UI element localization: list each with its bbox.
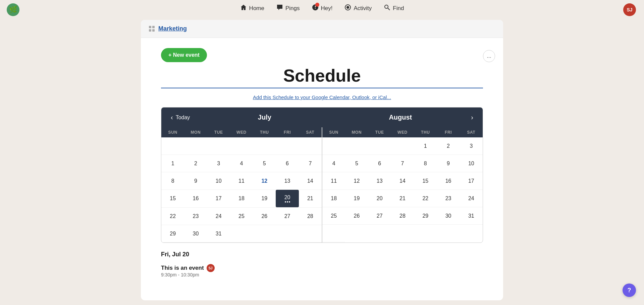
aug-31[interactable]: 31: [460, 207, 483, 225]
aug-14[interactable]: 14: [391, 172, 414, 190]
hey-badge: [315, 3, 319, 7]
aug-4[interactable]: 4: [322, 155, 345, 172]
options-button[interactable]: ...: [483, 50, 495, 62]
jul-20-selected[interactable]: 20: [276, 190, 299, 208]
jul-31[interactable]: 31: [207, 225, 230, 243]
aug-empty-5: [322, 225, 345, 242]
svg-point-3: [346, 6, 349, 9]
aug-12[interactable]: 12: [345, 172, 368, 190]
nav-pings[interactable]: Pings: [276, 4, 300, 12]
jul-13[interactable]: 13: [276, 172, 299, 190]
calendar: ‹ Today July August ›: [161, 107, 483, 243]
jul-28[interactable]: 28: [299, 208, 322, 225]
top-nav: Home Pings Hey! Activity Find SJ: [0, 0, 644, 16]
aug-30[interactable]: 30: [437, 207, 460, 225]
jul-empty-8: [230, 225, 253, 243]
help-button[interactable]: ?: [623, 284, 636, 297]
next-month-button[interactable]: ›: [468, 112, 476, 123]
jul-21[interactable]: 21: [299, 190, 322, 208]
jul-2[interactable]: 2: [184, 155, 207, 172]
july-grid: 1 2 3 4 5 6 7 8 9 10 11 12: [161, 137, 322, 243]
svg-line-5: [388, 8, 390, 10]
aug-sat: SAT: [460, 127, 483, 137]
jul-empty-11: [299, 225, 322, 243]
aug-9[interactable]: 9: [437, 155, 460, 172]
aug-20[interactable]: 20: [368, 190, 391, 207]
calendar-sync-link[interactable]: Add this Schedule to your Google Calenda…: [253, 94, 391, 100]
jul-9[interactable]: 9: [184, 172, 207, 190]
nav-activity-label: Activity: [354, 5, 372, 12]
aug-18[interactable]: 18: [322, 190, 345, 207]
jul-26[interactable]: 26: [253, 208, 276, 225]
aug-21[interactable]: 21: [391, 190, 414, 207]
aug-15[interactable]: 15: [414, 172, 437, 190]
jul-18[interactable]: 18: [230, 190, 253, 208]
jul-30[interactable]: 30: [184, 225, 207, 243]
nav-home-label: Home: [249, 5, 264, 12]
jul-22[interactable]: 22: [161, 208, 184, 225]
aug-7[interactable]: 7: [391, 155, 414, 172]
jul-4[interactable]: 4: [230, 155, 253, 172]
nav-find[interactable]: Find: [384, 4, 404, 12]
aug-2[interactable]: 2: [437, 137, 460, 155]
project-title[interactable]: Marketing: [158, 25, 187, 32]
activity-icon: [344, 4, 351, 12]
jul-3[interactable]: 3: [207, 155, 230, 172]
jul-17[interactable]: 17: [207, 190, 230, 208]
aug-3[interactable]: 3: [460, 137, 483, 155]
aug-fri: FRI: [437, 127, 460, 137]
aug-19[interactable]: 19: [345, 190, 368, 207]
jul-12-today[interactable]: 12: [253, 172, 276, 190]
jul-8[interactable]: 8: [161, 172, 184, 190]
jul-27[interactable]: 27: [276, 208, 299, 225]
jul-mon: MON: [184, 127, 207, 137]
jul-16[interactable]: 16: [184, 190, 207, 208]
jul-23[interactable]: 23: [184, 208, 207, 225]
july-label: July: [197, 114, 332, 121]
prev-month-button[interactable]: ‹: [168, 112, 176, 123]
jul-11[interactable]: 11: [230, 172, 253, 190]
nav-activity[interactable]: Activity: [344, 4, 372, 12]
aug-5[interactable]: 5: [345, 155, 368, 172]
next-icon: ›: [471, 114, 473, 121]
jul-10[interactable]: 10: [207, 172, 230, 190]
august-grid: 1 2 3 4 5 6 7 8 9 10 11: [322, 137, 483, 242]
aug-26[interactable]: 26: [345, 207, 368, 225]
jul-7[interactable]: 7: [299, 155, 322, 172]
aug-1[interactable]: 1: [414, 137, 437, 155]
help-icon: ?: [628, 287, 631, 294]
today-button[interactable]: Today: [176, 115, 190, 121]
jul-5[interactable]: 5: [253, 155, 276, 172]
jul-14[interactable]: 14: [299, 172, 322, 190]
aug-24[interactable]: 24: [460, 190, 483, 207]
jul-25[interactable]: 25: [230, 208, 253, 225]
aug-6[interactable]: 6: [368, 155, 391, 172]
jul-24[interactable]: 24: [207, 208, 230, 225]
aug-13[interactable]: 13: [368, 172, 391, 190]
aug-10[interactable]: 10: [460, 155, 483, 172]
aug-28[interactable]: 28: [391, 207, 414, 225]
jul-6[interactable]: 6: [276, 155, 299, 172]
aug-16[interactable]: 16: [437, 172, 460, 190]
aug-23[interactable]: 23: [437, 190, 460, 207]
nav-home[interactable]: Home: [240, 4, 264, 12]
aug-27[interactable]: 27: [368, 207, 391, 225]
aug-25[interactable]: 25: [322, 207, 345, 225]
aug-17[interactable]: 17: [460, 172, 483, 190]
pings-icon: [276, 4, 283, 12]
aug-8[interactable]: 8: [414, 155, 437, 172]
jul-15[interactable]: 15: [161, 190, 184, 208]
aug-22[interactable]: 22: [414, 190, 437, 207]
jul-19[interactable]: 19: [253, 190, 276, 208]
aug-11[interactable]: 11: [322, 172, 345, 190]
aug-29[interactable]: 29: [414, 207, 437, 225]
nav-hey[interactable]: Hey!: [312, 4, 333, 12]
jul-empty-9: [253, 225, 276, 243]
jul-29[interactable]: 29: [161, 225, 184, 243]
user-avatar[interactable]: SJ: [623, 3, 636, 16]
event-item-0[interactable]: This is an event SJ 9:30pm - 10:30pm: [161, 261, 483, 280]
new-event-button[interactable]: + New event: [161, 48, 207, 62]
jul-fri: FRI: [276, 127, 299, 137]
page-title: Schedule: [161, 66, 483, 86]
jul-1[interactable]: 1: [161, 155, 184, 172]
